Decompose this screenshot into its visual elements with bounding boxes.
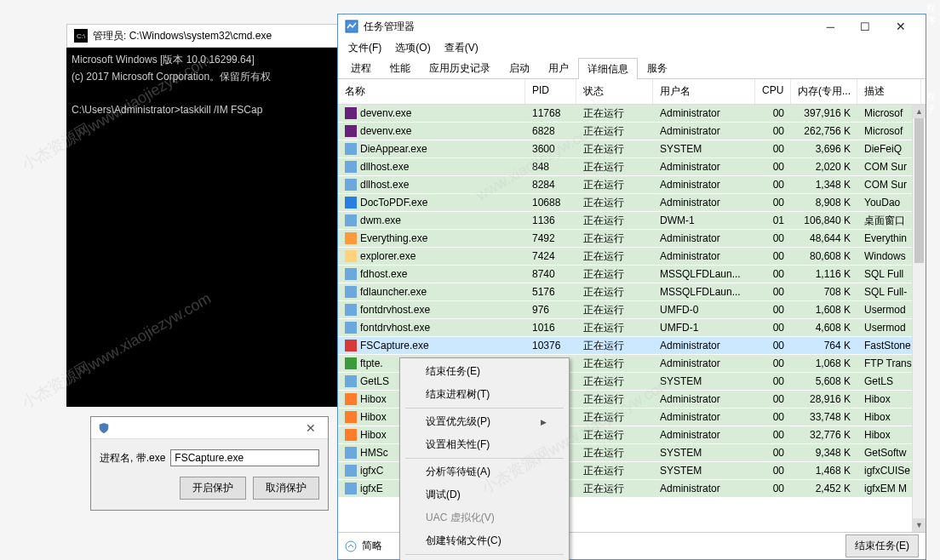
- table-row[interactable]: dwm.exe1136正在运行DWM-101106,840 K桌面窗口: [338, 212, 926, 230]
- scroll-down[interactable]: ▼: [913, 518, 926, 532]
- cmd-icon: C:\: [74, 29, 88, 43]
- protect-dialog: ✕ 进程名, 带.exe 开启保护 取消保护: [90, 416, 329, 511]
- process-icon: [345, 268, 357, 280]
- process-icon: [345, 214, 357, 226]
- menu-item[interactable]: 结束进程树(T): [402, 383, 567, 406]
- table-row[interactable]: FSCapture.exe10376正在运行Administrator00764…: [338, 337, 926, 355]
- process-icon: [345, 411, 357, 423]
- scrollbar[interactable]: ▲ ▼: [912, 105, 926, 532]
- menu-item[interactable]: 创建转储文件(C): [402, 529, 567, 552]
- process-icon: [345, 357, 357, 369]
- menu-item[interactable]: 调试(D): [402, 483, 567, 506]
- menu-item[interactable]: 设置优先级(P)▶: [402, 410, 567, 433]
- scroll-up[interactable]: ▲: [913, 105, 926, 118]
- col-pid[interactable]: PID: [525, 79, 576, 104]
- col-user[interactable]: 用户名: [653, 79, 755, 104]
- process-icon: [345, 232, 357, 244]
- table-row[interactable]: devenv.exe6828正在运行Administrator00262,756…: [338, 123, 926, 140]
- tab-bar: 进程性能应用历史记录启动用户详细信息服务: [338, 57, 926, 79]
- end-task-button[interactable]: 结束任务(E): [845, 534, 919, 557]
- fewer-details-button[interactable]: 简略: [362, 539, 382, 553]
- window-title: 任务管理器: [364, 20, 814, 34]
- process-name-input[interactable]: [170, 449, 319, 466]
- chevron-right-icon: ▶: [541, 418, 547, 426]
- process-icon: [345, 179, 357, 191]
- svg-point-1: [346, 541, 356, 551]
- menu-item[interactable]: 打开文件所在的位置(O): [402, 557, 567, 560]
- col-cpu[interactable]: CPU: [755, 79, 791, 104]
- titlebar[interactable]: 任务管理器 ─ ☐ ✕: [338, 14, 926, 38]
- tab-启动[interactable]: 启动: [500, 57, 539, 78]
- process-icon: [345, 250, 357, 262]
- collapse-icon[interactable]: [345, 540, 357, 552]
- menu-file[interactable]: 文件(F): [341, 39, 388, 57]
- context-menu: 结束任务(E)结束进程树(T)设置优先级(P)▶设置相关性(F)分析等待链(A)…: [399, 357, 570, 560]
- menu-view[interactable]: 查看(V): [438, 39, 485, 57]
- col-mem[interactable]: 内存(专用...: [791, 79, 857, 104]
- process-icon: [345, 340, 357, 351]
- tab-进程[interactable]: 进程: [341, 57, 381, 78]
- process-icon: [345, 393, 357, 405]
- menu-item[interactable]: 分析等待链(A): [402, 460, 567, 483]
- col-status[interactable]: 状态: [576, 79, 653, 104]
- menu-item[interactable]: 结束任务(E): [402, 360, 567, 383]
- menu-item: UAC 虚拟化(V): [402, 506, 567, 529]
- process-icon: [345, 125, 357, 137]
- close-button[interactable]: ✕: [883, 16, 919, 37]
- process-icon: [345, 161, 357, 173]
- menu-item[interactable]: 设置相关性(F): [402, 433, 567, 456]
- process-icon: [345, 322, 357, 334]
- process-icon: [345, 107, 357, 119]
- start-protect-button[interactable]: 开启保护: [180, 477, 246, 500]
- process-icon: [345, 286, 357, 298]
- table-row[interactable]: DieAppear.exe3600正在运行SYSTEM003,696 KDieF…: [338, 140, 926, 158]
- col-desc[interactable]: 描述: [857, 79, 921, 104]
- process-icon: [345, 483, 357, 494]
- process-icon: [345, 197, 357, 209]
- menu-options[interactable]: 选项(O): [388, 39, 437, 57]
- table-row[interactable]: explorer.exe7424正在运行Administrator0080,60…: [338, 248, 926, 266]
- tab-应用历史记录[interactable]: 应用历史记录: [420, 57, 500, 78]
- process-icon: [345, 465, 357, 477]
- process-icon: [345, 375, 357, 387]
- cmd-title: 管理员: C:\Windows\system32\cmd.exe: [93, 29, 272, 43]
- table-row[interactable]: dllhost.exe848正在运行Administrator002,020 K…: [338, 158, 926, 176]
- tab-详细信息[interactable]: 详细信息: [578, 58, 638, 79]
- process-icon: [345, 304, 357, 316]
- table-row[interactable]: devenv.exe11768正在运行Administrator00397,91…: [338, 105, 926, 123]
- process-icon: [345, 429, 357, 441]
- maximize-button[interactable]: ☐: [847, 17, 883, 37]
- table-row[interactable]: fdhost.exe8740正在运行MSSQLFDLaun...001,116 …: [338, 266, 926, 283]
- taskmgr-icon: [345, 20, 358, 33]
- table-row[interactable]: Everything.exe7492正在运行Administrator0048,…: [338, 230, 926, 248]
- shield-icon: [98, 422, 110, 434]
- tab-性能[interactable]: 性能: [381, 57, 420, 78]
- minimize-button[interactable]: ─: [814, 17, 847, 37]
- col-name[interactable]: 名称: [338, 79, 525, 104]
- table-row[interactable]: fontdrvhost.exe976正在运行UMFD-0001,608 KUse…: [338, 301, 926, 319]
- process-icon: [345, 447, 357, 459]
- tab-用户[interactable]: 用户: [539, 57, 578, 78]
- cancel-protect-button[interactable]: 取消保护: [253, 477, 319, 500]
- process-name-label: 进程名, 带.exe: [100, 451, 165, 466]
- table-row[interactable]: fdlauncher.exe5176正在运行MSSQLFDLaun...0070…: [338, 283, 926, 301]
- table-row[interactable]: fontdrvhost.exe1016正在运行UMFD-1004,608 KUs…: [338, 319, 926, 337]
- table-header: 名称 PID 状态 用户名 CPU 内存(专用... 描述: [338, 79, 926, 105]
- table-row[interactable]: dllhost.exe8284正在运行Administrator001,348 …: [338, 176, 926, 194]
- menubar: 文件(F) 选项(O) 查看(V): [338, 38, 926, 57]
- process-icon: [345, 143, 357, 155]
- scroll-thumb[interactable]: [914, 118, 924, 263]
- table-row[interactable]: DocToPDF.exe10688正在运行Administrator008,90…: [338, 194, 926, 212]
- tab-服务[interactable]: 服务: [638, 57, 677, 78]
- close-button[interactable]: ✕: [301, 421, 321, 435]
